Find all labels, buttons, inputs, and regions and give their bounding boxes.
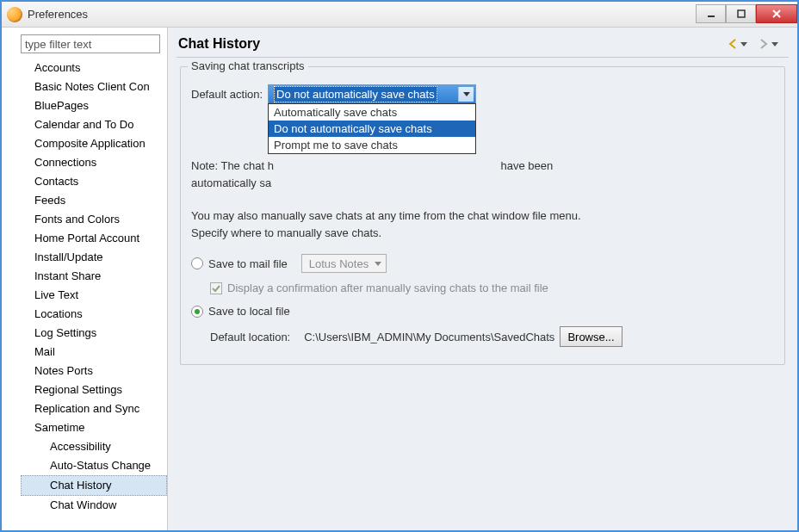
dropdown-option[interactable]: Do not automatically save chats	[269, 121, 475, 137]
chevron-down-icon	[458, 87, 474, 102]
tree-item[interactable]: Locations	[21, 305, 167, 324]
manual-save-text: You may also manually save chats at any …	[191, 207, 604, 242]
tree-item[interactable]: Basic Notes Client Con	[21, 77, 167, 96]
nav-forward-button[interactable]	[754, 36, 782, 52]
tree-item[interactable]: Chat History	[21, 475, 167, 496]
chevron-down-icon	[740, 42, 747, 46]
default-location-value: C:\Users\IBM_ADMIN\My Documents\SavedCha…	[304, 331, 554, 343]
note-text: Note: The chat h have been automatically…	[191, 158, 774, 192]
tree-item[interactable]: Instant Share	[21, 267, 167, 286]
sidebar: AccountsBasic Notes Client ConBluePagesC…	[2, 28, 168, 530]
chevron-down-icon	[375, 262, 381, 266]
tree-item[interactable]: Contacts	[21, 172, 167, 191]
saving-transcripts-group: Saving chat transcripts Default action: …	[180, 66, 785, 365]
tree-item[interactable]: Accessibility	[21, 437, 167, 456]
page-title: Chat History	[178, 36, 260, 52]
dropdown-option[interactable]: Prompt me to save chats	[269, 137, 475, 153]
tree-item[interactable]: Connections	[21, 153, 167, 172]
nav-back-button[interactable]	[723, 36, 751, 52]
tree-item[interactable]: Auto-Status Change	[21, 456, 167, 475]
tree-item[interactable]: Feeds	[21, 191, 167, 210]
tree-item[interactable]: Calendar and To Do	[21, 115, 167, 134]
tree-item[interactable]: Install/Update	[21, 248, 167, 267]
group-title: Saving chat transcripts	[188, 59, 308, 72]
save-to-local-label: Save to local file	[208, 305, 290, 318]
chevron-down-icon	[771, 42, 778, 46]
tree-item[interactable]: Notes Ports	[21, 362, 167, 380]
tree-item[interactable]: Home Portal Account	[21, 229, 167, 248]
window-title: Preferences	[28, 8, 88, 21]
main-pane: Chat History Saving chat transcripts Def…	[168, 28, 797, 530]
app-icon	[7, 7, 22, 22]
svg-rect-1	[738, 10, 745, 17]
tree-item[interactable]: Composite Application	[21, 134, 167, 153]
tree-item[interactable]: Chat Window	[21, 496, 167, 515]
close-button[interactable]	[756, 4, 797, 23]
dropdown-option[interactable]: Automatically save chats	[269, 104, 475, 121]
tree-item[interactable]: Accounts	[21, 59, 167, 77]
mail-file-select: Lotus Notes	[301, 254, 387, 273]
preferences-tree: AccountsBasic Notes Client ConBluePagesC…	[9, 59, 167, 515]
default-action-dropdown[interactable]: Do not automatically save chats	[268, 84, 476, 104]
default-location-label: Default location:	[210, 331, 290, 343]
tree-item[interactable]: Mail	[21, 343, 167, 362]
default-action-label: Default action:	[191, 88, 263, 101]
tree-item[interactable]: Sametime	[21, 418, 167, 437]
page-nav-icons	[723, 36, 782, 52]
tree-item[interactable]: Live Text	[21, 286, 167, 305]
browse-button[interactable]: Browse...	[560, 326, 622, 347]
tree-item[interactable]: Replication and Sync	[21, 399, 167, 418]
save-to-mail-radio[interactable]	[191, 257, 203, 269]
titlebar: Preferences	[2, 2, 797, 28]
maximize-button[interactable]	[726, 4, 756, 23]
save-to-local-radio[interactable]	[191, 306, 203, 318]
display-confirmation-checkbox	[210, 282, 222, 294]
minimize-button[interactable]	[696, 4, 726, 23]
window-controls	[696, 6, 797, 23]
display-confirmation-label: Display a confirmation after manually sa…	[227, 281, 548, 294]
default-action-options: Automatically save chatsDo not automatic…	[268, 103, 476, 154]
tree-item[interactable]: Fonts and Colors	[21, 210, 167, 229]
tree-item[interactable]: Log Settings	[21, 324, 167, 343]
tree-item[interactable]: BluePages	[21, 96, 167, 115]
tree-item[interactable]: Regional Settings	[21, 380, 167, 399]
save-to-mail-label: Save to mail file	[208, 257, 288, 270]
filter-input[interactable]	[21, 34, 160, 53]
